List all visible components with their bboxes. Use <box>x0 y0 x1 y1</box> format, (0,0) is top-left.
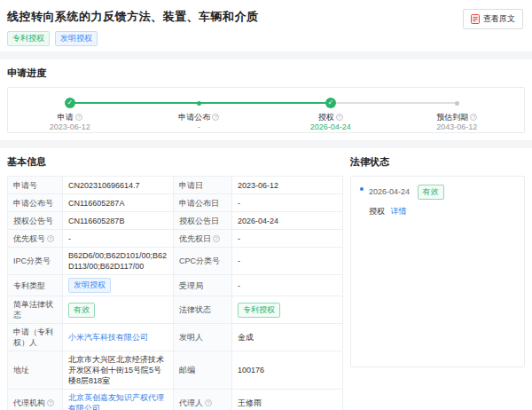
page-header: 线控转向系统的力反馈方法、装置、车辆和介质 专利授权发明授权 查看原文 <box>0 0 532 51</box>
field-value: 金成 <box>232 324 343 351</box>
field-value: - <box>232 230 343 248</box>
legal-status-box: 2026-04-24 有效 授权 详情 <box>350 176 525 367</box>
field-label: 专利类型 <box>8 275 63 296</box>
field-label: IPC分类号 <box>8 248 63 275</box>
field-value: 王修雨 <box>232 390 343 410</box>
field-label: 授权公告日 <box>174 212 232 230</box>
field-label: 申请公布日 <box>174 194 232 212</box>
field-value: 小米汽车科技有限公司 <box>63 324 174 351</box>
patent-detail-page: 线控转向系统的力反馈方法、装置、车辆和介质 专利授权发明授权 查看原文 申请进度… <box>0 0 532 410</box>
field-value: CN116605287B <box>63 212 174 230</box>
info-icon[interactable] <box>47 235 54 242</box>
legal-detail-link[interactable]: 详情 <box>391 207 407 216</box>
info-row: 简单法律状态有效法律状态专利授权 <box>8 296 343 324</box>
info-icon[interactable] <box>47 399 54 406</box>
legal-status-panel: 法律状态 2026-04-24 有效 授权 详情 <box>350 155 525 410</box>
field-value: 100176 <box>232 351 343 390</box>
field-label: 申请（专利权）人 <box>8 324 63 351</box>
patent-type-badge: 发明授权 <box>55 31 98 46</box>
field-label: 代理人 <box>174 390 232 410</box>
legal-status-item: 2026-04-24 有效 授权 详情 <box>360 185 515 217</box>
title-badges: 专利授权发明授权 <box>7 31 259 46</box>
section-divider <box>0 51 532 59</box>
field-value: 有效 <box>63 296 174 324</box>
check-icon: ✓ <box>325 98 336 108</box>
legal-status-event: 授权 详情 <box>369 206 515 217</box>
field-value: - <box>232 194 343 212</box>
entity-link[interactable]: 北京英创嘉友知识产权代理有限公司 <box>68 393 164 410</box>
view-original-button[interactable]: 查看原文 <box>463 9 523 29</box>
field-value: CN202310696614.7 <box>63 177 174 194</box>
page-title: 线控转向系统的力反馈方法、装置、车辆和介质 <box>7 9 259 25</box>
field-label: 申请日 <box>174 177 232 194</box>
field-value: - <box>63 230 174 248</box>
field-value: B62D6/00;B62D101/00;B62D113/00;B62D117/0… <box>63 248 174 275</box>
progress-heading: 申请进度 <box>7 67 525 80</box>
field-label: 邮编 <box>174 351 232 390</box>
check-icon: ✓ <box>65 98 75 108</box>
field-label: 优先权日 <box>174 230 232 248</box>
view-original-label: 查看原文 <box>483 13 515 25</box>
info-row: 优先权号-优先权日- <box>8 230 343 248</box>
basic-info-heading: 基本信息 <box>7 155 341 169</box>
field-value: CN116605287A <box>63 194 174 212</box>
info-icon[interactable] <box>470 114 477 121</box>
info-icon[interactable] <box>212 114 219 121</box>
basic-info-table: 申请号CN202310696614.7申请日2023-06-12申请公布号CN1… <box>7 176 343 410</box>
timeline-step-date: 2023-06-12 <box>21 122 119 131</box>
field-label: 申请公布号 <box>8 194 63 212</box>
field-label: 授权公告号 <box>8 212 63 230</box>
legal-event-label: 授权 <box>369 207 385 216</box>
application-progress-section: 申请进度 ✓申请2023-06-12申请公布-✓授权2026-04-24预估到期… <box>0 59 532 140</box>
entity-link[interactable]: 小米汽车科技有限公司 <box>68 333 148 342</box>
info-icon[interactable] <box>213 235 220 242</box>
info-row: 申请（专利权）人小米汽车科技有限公司发明人金成 <box>8 324 343 351</box>
info-icon[interactable] <box>205 399 212 406</box>
info-row: IPC分类号B62D6/00;B62D101/00;B62D113/00;B62… <box>8 248 343 275</box>
field-label: 地址 <box>8 351 63 390</box>
field-value: 北京市大兴区北京经济技术开发区科创十街15号院5号楼8层818室 <box>63 351 174 390</box>
status-badge: 有效 <box>68 303 95 318</box>
progress-timeline: ✓申请2023-06-12申请公布-✓授权2026-04-24预估到期2043-… <box>7 87 525 133</box>
dot-icon <box>197 101 201 106</box>
pdf-file-icon <box>471 14 480 24</box>
timeline-segment-pending <box>331 102 458 104</box>
field-label: 申请号 <box>8 177 63 194</box>
patent-type-badge: 专利授权 <box>7 31 50 46</box>
title-block: 线控转向系统的力反馈方法、装置、车辆和介质 专利授权发明授权 <box>7 9 259 46</box>
info-row: 授权公告号CN116605287B授权公告日2026-04-24 <box>8 212 343 230</box>
timeline-step-date: 2043-06-12 <box>408 122 505 131</box>
info-row: 代理机构北京英创嘉友知识产权代理有限公司代理人王修雨 <box>8 390 343 410</box>
field-value: 2023-06-12 <box>232 177 343 194</box>
field-label: 简单法律状态 <box>8 296 63 324</box>
field-value: - <box>232 275 343 296</box>
field-label: 发明人 <box>174 324 232 351</box>
timeline-step-date: 2026-04-24 <box>282 122 379 131</box>
field-value: - <box>232 248 343 275</box>
field-label: 法律状态 <box>174 296 232 324</box>
field-value: 专利授权 <box>232 296 343 324</box>
field-value: 北京英创嘉友知识产权代理有限公司 <box>63 390 174 410</box>
info-row: 申请公布号CN116605287A申请公布日- <box>8 194 343 212</box>
field-label: CPC分类号 <box>174 248 232 275</box>
legal-status-date: 2026-04-24 <box>369 187 410 196</box>
info-icon[interactable] <box>336 114 343 121</box>
timeline-step-date: - <box>150 122 247 131</box>
info-row: 专利类型发明授权受理局- <box>8 275 343 296</box>
dot-icon <box>455 101 459 106</box>
field-label: 受理局 <box>174 275 232 296</box>
info-row: 申请号CN202310696614.7申请日2023-06-12 <box>8 177 343 194</box>
bullet-icon <box>360 187 364 191</box>
status-badge: 专利授权 <box>238 303 280 318</box>
field-label: 代理机构 <box>8 390 63 410</box>
basic-info-panel: 基本信息 申请号CN202310696614.7申请日2023-06-12申请公… <box>7 155 341 410</box>
info-icon[interactable] <box>75 114 82 121</box>
field-label: 优先权号 <box>8 230 63 248</box>
info-and-legal-section: 基本信息 申请号CN202310696614.7申请日2023-06-12申请公… <box>0 148 532 410</box>
info-row: 地址北京市大兴区北京经济技术开发区科创十街15号院5号楼8层818室邮编1001… <box>8 351 343 390</box>
field-value: 发明授权 <box>63 275 174 296</box>
field-value: 2026-04-24 <box>232 212 343 230</box>
section-divider <box>0 140 532 148</box>
status-badge: 发明授权 <box>68 278 111 293</box>
legal-status-heading: 法律状态 <box>350 155 525 169</box>
